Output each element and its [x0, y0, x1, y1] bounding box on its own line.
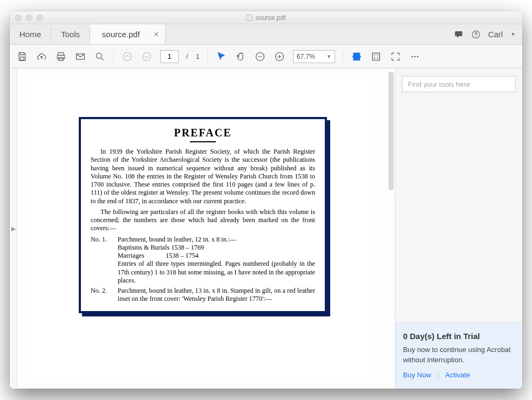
comment-icon[interactable] — [454, 30, 463, 39]
tabbar-right: Carl ▼ — [454, 24, 522, 44]
svg-rect-6 — [21, 52, 24, 54]
select-tool-icon[interactable] — [215, 51, 227, 63]
register-entry-1-body: Parchment, bound in leather, 12 in. x 8 … — [118, 236, 315, 285]
svg-point-2 — [458, 33, 459, 34]
page-down-icon[interactable] — [141, 51, 153, 63]
svg-point-13 — [124, 52, 132, 60]
document-viewport[interactable]: PREFACE In 1939 the Yorkshire Parish Reg… — [17, 68, 395, 389]
svg-point-21 — [417, 56, 419, 57]
svg-rect-8 — [58, 52, 64, 55]
tools-search-input[interactable]: Find your tools here — [402, 76, 516, 92]
hand-tool-icon[interactable] — [235, 51, 247, 63]
page-number-input[interactable] — [160, 50, 179, 63]
svg-point-12 — [96, 53, 101, 58]
svg-point-19 — [412, 56, 413, 57]
heading-rule — [190, 141, 216, 142]
svg-point-3 — [460, 33, 461, 34]
print-icon[interactable] — [55, 51, 67, 63]
toolbar-divider — [113, 50, 114, 63]
svg-point-5 — [475, 36, 476, 37]
activate-link[interactable]: Activate — [445, 371, 470, 379]
svg-rect-7 — [21, 57, 24, 60]
fullscreen-icon[interactable] — [390, 51, 401, 63]
user-menu-caret-icon[interactable]: ▼ — [510, 31, 516, 37]
trial-body: Buy now to continue using Acrobat withou… — [403, 345, 515, 364]
tab-bar: Home Tools source.pdf × Carl ▼ — [10, 24, 522, 45]
trial-banner: 0 Day(s) Left in Trial Buy now to contin… — [395, 322, 522, 389]
tab-close-button[interactable]: × — [154, 30, 159, 39]
minimize-window-button[interactable] — [26, 15, 32, 21]
toolbar: / 1 67.7% ▼ — [10, 45, 522, 68]
doc-paragraph-2: The following are particulars of all the… — [91, 208, 315, 233]
save-icon[interactable] — [16, 51, 28, 63]
window-title-text: source.pdf — [255, 14, 285, 22]
register-entry-2-body: Parchment, bound in leather, 13 in. x 8 … — [118, 287, 315, 304]
zoom-window-button[interactable] — [37, 15, 43, 21]
titlebar: source.pdf — [10, 11, 522, 24]
trial-link-sep: | — [438, 371, 439, 379]
toolbar-divider — [343, 50, 343, 63]
fit-width-icon[interactable] — [351, 51, 363, 63]
user-name[interactable]: Carl — [488, 30, 503, 39]
trial-title: 0 Day(s) Left in Trial — [403, 330, 515, 342]
window-controls — [10, 15, 43, 21]
toolbar-divider — [207, 50, 208, 63]
vertical-scrollbar[interactable] — [388, 72, 394, 190]
tab-document-label: source.pdf — [102, 30, 140, 39]
window-title: source.pdf — [10, 14, 522, 22]
zoom-value: 67.7% — [297, 53, 315, 60]
svg-point-1 — [456, 33, 458, 34]
buy-now-link[interactable]: Buy Now — [403, 371, 431, 379]
tab-tools[interactable]: Tools — [51, 24, 90, 44]
zoom-in-icon[interactable] — [274, 51, 285, 63]
page-separator: / — [186, 52, 188, 60]
zoom-out-icon[interactable] — [254, 51, 266, 63]
register-entry-2-label: No. 2. — [91, 287, 118, 304]
zoom-select[interactable]: 67.7% ▼ — [293, 50, 335, 63]
tab-document[interactable]: source.pdf × — [90, 24, 166, 44]
fit-page-icon[interactable] — [370, 51, 382, 63]
search-icon[interactable] — [94, 51, 106, 63]
pdf-doc-icon — [246, 15, 253, 21]
tools-search-placeholder: Find your tools here — [408, 80, 470, 88]
svg-rect-18 — [372, 53, 379, 60]
scanned-page: PREFACE In 1939 the Yorkshire Parish Reg… — [79, 117, 327, 313]
close-window-button[interactable] — [15, 15, 22, 21]
content-area: ▶ PREFACE In 1939 the Yorkshire Parish R… — [10, 68, 522, 389]
svg-point-14 — [143, 52, 151, 60]
nav-pane-toggle[interactable]: ▶ — [10, 68, 17, 389]
more-tools-icon[interactable] — [409, 51, 421, 63]
cloud-upload-icon[interactable] — [36, 51, 47, 63]
doc-paragraph-1: In 1939 the Yorkshire Parish Register So… — [91, 148, 315, 205]
page-canvas: PREFACE In 1939 the Yorkshire Parish Reg… — [25, 74, 370, 376]
tab-home[interactable]: Home — [10, 24, 51, 44]
page-up-icon[interactable] — [121, 51, 133, 63]
page-total: 1 — [196, 52, 200, 60]
svg-point-20 — [414, 56, 416, 57]
email-icon[interactable] — [74, 51, 86, 63]
register-entry-2: No. 2. Parchment, bound in leather, 13 i… — [91, 287, 315, 304]
register-entry-1-label: No. 1. — [91, 236, 118, 285]
tools-pane: Find your tools here 0 Day(s) Left in Tr… — [395, 68, 522, 389]
zoom-caret-icon: ▼ — [326, 54, 331, 59]
help-icon[interactable] — [471, 30, 481, 39]
register-entry-1: No. 1. Parchment, bound in leather, 12 i… — [91, 236, 315, 285]
doc-heading: PREFACE — [91, 127, 315, 139]
app-window: source.pdf Home Tools source.pdf × Carl … — [10, 11, 522, 389]
